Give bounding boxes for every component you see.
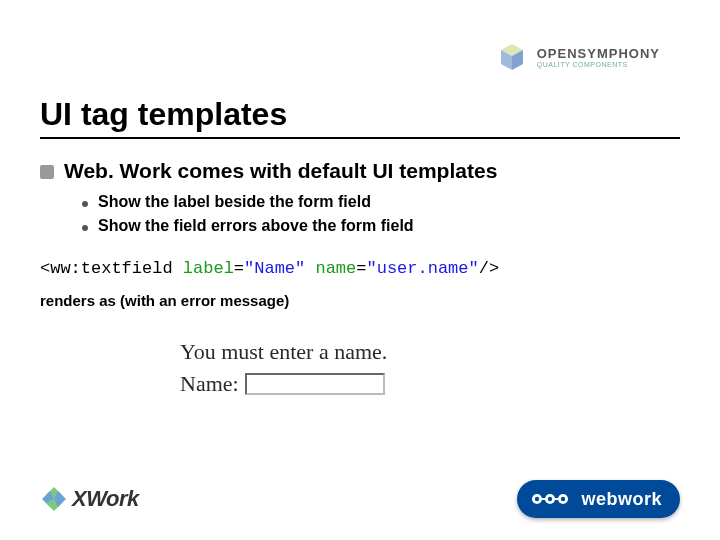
page-title: UI tag templates	[40, 96, 680, 133]
webwork-icon	[529, 488, 571, 510]
footer: XWork webwork	[40, 480, 680, 518]
xwork-icon	[40, 485, 68, 513]
svg-point-7	[548, 497, 552, 501]
bullet-dot-icon	[82, 225, 88, 231]
title-underline	[40, 137, 680, 139]
cube-icon	[495, 40, 529, 74]
brand-text: OPENSYMPHONY QUALITY COMPONENTS	[537, 46, 660, 68]
brand-main: OPENSYMPHONY	[537, 46, 660, 61]
code-snippet: <ww:textfield label="Name" name="user.na…	[40, 259, 680, 278]
header-logo: OPENSYMPHONY QUALITY COMPONENTS	[495, 40, 660, 74]
brand-sub: QUALITY COMPONENTS	[537, 61, 660, 68]
name-input[interactable]	[245, 373, 385, 395]
code-attr: label	[173, 259, 234, 278]
form-row: Name:	[180, 371, 680, 397]
code-tag-open: <ww:textfield	[40, 259, 173, 278]
bullet-sub-text: Show the label beside the form field	[98, 193, 371, 211]
bullet-dot-icon	[82, 201, 88, 207]
field-label: Name:	[180, 371, 239, 397]
slide: OPENSYMPHONY QUALITY COMPONENTS UI tag t…	[0, 0, 720, 540]
code-val: "user.name"	[366, 259, 478, 278]
error-message: You must enter a name.	[180, 339, 680, 365]
bullet-dot-icon	[40, 165, 54, 179]
webwork-logo: webwork	[517, 480, 680, 518]
bullet-main-text: Web. Work comes with default UI template…	[64, 159, 497, 183]
xwork-logo: XWork	[40, 485, 139, 513]
code-val: "Name"	[244, 259, 305, 278]
render-note: renders as (with an error message)	[40, 292, 680, 309]
svg-point-5	[535, 497, 539, 501]
bullet-main: Web. Work comes with default UI template…	[40, 159, 680, 183]
bullet-sub: Show the label beside the form field	[82, 193, 680, 211]
code-eq: =	[234, 259, 244, 278]
bullet-sub: Show the field errors above the form fie…	[82, 217, 680, 235]
code-attr: name	[305, 259, 356, 278]
xwork-text: XWork	[72, 486, 139, 512]
webwork-text: webwork	[581, 489, 662, 510]
sub-bullet-list: Show the label beside the form field Sho…	[82, 193, 680, 235]
code-eq: =	[356, 259, 366, 278]
bullet-sub-text: Show the field errors above the form fie…	[98, 217, 414, 235]
code-tag-close: />	[479, 259, 499, 278]
svg-point-9	[561, 497, 565, 501]
rendered-example: You must enter a name. Name:	[180, 339, 680, 397]
